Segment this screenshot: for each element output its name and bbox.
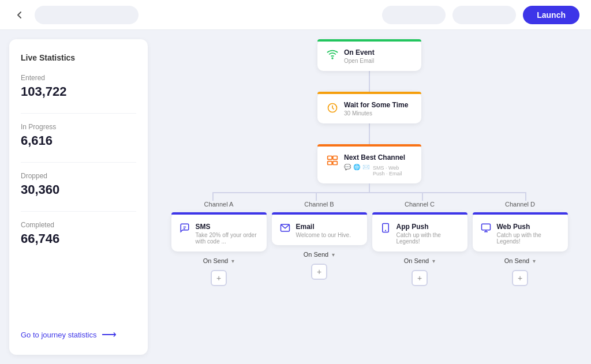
branch-cards: SMS Take 20% off your order with code ..…	[157, 212, 582, 286]
sms-card-icon	[179, 223, 190, 235]
divider-1	[21, 113, 136, 114]
node-bar-yellow	[317, 92, 421, 94]
svg-rect-2	[328, 156, 332, 160]
next-best-title: Next Best Channel	[344, 153, 412, 162]
email-chevron-icon: ▾	[332, 252, 335, 258]
sms-card-subtitle: Take 20% off your order with code ...	[196, 232, 259, 245]
email-on-send-label: On Send	[304, 251, 328, 258]
on-event-node[interactable]: On Event Open Email	[317, 39, 421, 71]
branch-down-1	[212, 192, 214, 201]
branch-col-a: SMS Take 20% off your order with code ..…	[170, 212, 268, 286]
on-event-subtitle: Open Email	[344, 58, 375, 64]
v-to-branch	[369, 183, 370, 192]
branch-col-c: App Push Catch up with the Legends! On S…	[371, 212, 469, 286]
channel-icons-row: 💬 🌐 ✉️ SMS · Web Push · Email	[344, 164, 412, 177]
next-best-subtitle: SMS · Web Push · Email	[373, 165, 412, 177]
sms-card-title: SMS	[196, 223, 259, 231]
go-link-text: Go to journey statistics	[21, 331, 97, 339]
stat-completed: Completed 66,746	[21, 221, 136, 246]
divider-2	[21, 162, 136, 163]
web-push-bar	[473, 212, 568, 215]
app-push-on-send[interactable]: On Send ▾	[404, 257, 435, 264]
sidebar: Live Statistics Entered 103,722 In Progr…	[9, 39, 148, 355]
arrow-right-icon: ⟶	[102, 328, 117, 341]
channel-icon	[327, 155, 338, 169]
channel-d-label: Channel D	[471, 201, 569, 208]
app-push-add-button[interactable]: +	[412, 270, 428, 286]
web-push-on-send-label: On Send	[504, 257, 529, 264]
back-button[interactable]	[12, 7, 28, 23]
email-card-icon	[280, 223, 290, 235]
branch-col-b: Email Welcome to our Hive. On Send ▾ +	[270, 212, 368, 286]
email-bar	[272, 212, 367, 215]
sms-card[interactable]: SMS Take 20% off your order with code ..…	[171, 212, 267, 252]
entered-label: Entered	[21, 74, 136, 82]
web-push-card-subtitle: Catch up with the Legends!	[497, 232, 560, 245]
svg-rect-4	[328, 162, 332, 165]
email-card-title: Email	[296, 223, 351, 231]
branch-labels: Channel A Channel B Channel C Channel D	[157, 201, 582, 208]
sms-on-send-label: On Send	[203, 257, 228, 264]
app-push-bar	[372, 212, 467, 215]
sms-chevron-icon: ▾	[231, 258, 234, 264]
branch-connector	[157, 183, 582, 201]
branch-down-3	[422, 192, 423, 201]
next-best-node[interactable]: Next Best Channel 💬 🌐 ✉️ SMS · Web Push …	[317, 144, 421, 183]
dropped-label: Dropped	[21, 172, 136, 180]
branch-down-2	[316, 192, 317, 201]
channel-a-label: Channel A	[170, 201, 268, 208]
sidebar-title: Live Statistics	[21, 53, 136, 62]
app-push-card-icon	[380, 223, 391, 235]
stat-entered: Entered 103,722	[21, 74, 136, 99]
completed-value: 66,746	[21, 231, 136, 246]
stat-dropped: Dropped 30,360	[21, 172, 136, 197]
signal-icon	[327, 50, 338, 64]
channel-b-label: Channel B	[270, 201, 368, 208]
stat-in-progress: In Progress 6,616	[21, 123, 136, 148]
completed-label: Completed	[21, 221, 136, 229]
wait-title: Wait for Some Time	[344, 101, 408, 109]
entered-value: 103,722	[21, 84, 136, 99]
connector-2	[369, 123, 370, 144]
app-push-card-title: App Push	[397, 223, 459, 231]
sms-mini-icon: 💬	[344, 164, 351, 177]
go-to-journey-link[interactable]: Go to journey statistics ⟶	[21, 322, 136, 341]
sms-on-send[interactable]: On Send ▾	[203, 257, 234, 264]
push-mini-icon: 🌐	[353, 164, 360, 177]
launch-button[interactable]: Launch	[523, 6, 579, 24]
web-push-chevron-icon: ▾	[533, 258, 536, 264]
in-progress-value: 6,616	[21, 133, 136, 148]
clock-icon	[327, 102, 338, 117]
app-push-on-send-label: On Send	[404, 257, 429, 264]
channel-c-label: Channel C	[371, 201, 469, 208]
branch-down-4	[525, 192, 526, 201]
connector-1	[369, 71, 370, 92]
app-push-card-subtitle: Catch up with the Legends!	[397, 232, 459, 245]
branch-col-d: Web Push Catch up with the Legends! On S…	[471, 212, 569, 286]
journey-name-pill	[35, 6, 139, 24]
email-add-button[interactable]: +	[311, 264, 327, 280]
web-push-card[interactable]: Web Push Catch up with the Legends!	[473, 212, 568, 252]
svg-point-0	[332, 58, 333, 59]
email-on-send[interactable]: On Send ▾	[304, 251, 335, 258]
node-bar-green	[317, 39, 421, 42]
app-push-chevron-icon: ▾	[432, 258, 435, 264]
web-push-card-icon	[481, 223, 491, 235]
nav-pill-2	[452, 6, 516, 24]
sms-bar	[171, 212, 267, 215]
web-push-on-send[interactable]: On Send ▾	[504, 257, 536, 264]
app-push-card[interactable]: App Push Catch up with the Legends!	[372, 212, 467, 252]
svg-rect-5	[333, 162, 338, 165]
main-layout: Live Statistics Entered 103,722 In Progr…	[0, 30, 591, 364]
dropped-value: 30,360	[21, 182, 136, 197]
wait-node[interactable]: Wait for Some Time 30 Minutes	[317, 92, 421, 123]
web-push-card-title: Web Push	[497, 223, 560, 231]
svg-rect-11	[481, 224, 490, 230]
flow-canvas: On Event Open Email	[148, 30, 591, 364]
sms-add-button[interactable]: +	[211, 270, 227, 286]
top-nav: Launch	[0, 0, 591, 30]
in-progress-label: In Progress	[21, 123, 136, 131]
web-push-add-button[interactable]: +	[512, 270, 528, 286]
email-card[interactable]: Email Welcome to our Hive.	[272, 212, 367, 245]
nav-pill-1	[382, 6, 446, 24]
